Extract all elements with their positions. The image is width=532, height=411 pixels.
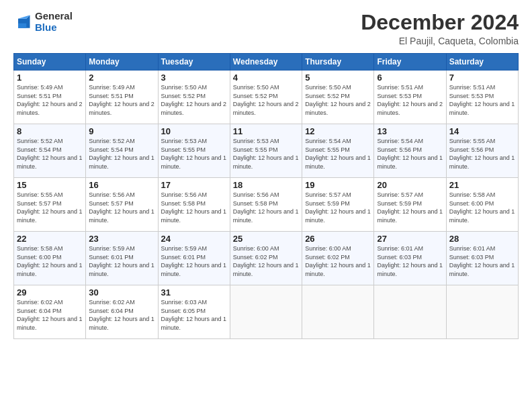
day-number: 4 — [233, 73, 299, 83]
day-info: Sunrise: 6:02 AMSunset: 6:04 PMDaylight:… — [17, 298, 83, 332]
table-row: 13Sunrise: 5:54 AMSunset: 5:56 PMDayligh… — [374, 124, 446, 178]
day-info: Sunrise: 5:52 AMSunset: 5:54 PMDaylight:… — [17, 137, 83, 171]
day-number: 16 — [89, 180, 154, 190]
day-number: 13 — [377, 126, 443, 136]
day-number: 31 — [161, 287, 227, 298]
table-row: 5Sunrise: 5:50 AMSunset: 5:52 PMDaylight… — [302, 71, 374, 124]
day-number: 19 — [305, 180, 371, 190]
col-friday: Friday — [374, 54, 446, 71]
table-row — [230, 285, 302, 339]
day-info: Sunrise: 5:50 AMSunset: 5:52 PMDaylight:… — [233, 83, 299, 117]
table-row: 25Sunrise: 6:00 AMSunset: 6:02 PMDayligh… — [230, 232, 302, 285]
table-row: 20Sunrise: 5:57 AMSunset: 5:59 PMDayligh… — [374, 178, 446, 232]
col-tuesday: Tuesday — [158, 54, 230, 71]
day-info: Sunrise: 5:49 AMSunset: 5:51 PMDaylight:… — [17, 83, 83, 117]
day-number: 3 — [161, 73, 227, 83]
day-info: Sunrise: 5:50 AMSunset: 5:52 PMDaylight:… — [305, 83, 371, 117]
table-row: 19Sunrise: 5:57 AMSunset: 5:59 PMDayligh… — [302, 178, 374, 232]
day-info: Sunrise: 5:56 AMSunset: 5:58 PMDaylight:… — [233, 191, 299, 224]
day-number: 18 — [233, 180, 299, 190]
day-info: Sunrise: 5:57 AMSunset: 5:59 PMDaylight:… — [305, 191, 371, 224]
day-info: Sunrise: 6:03 AMSunset: 6:05 PMDaylight:… — [161, 298, 227, 332]
calendar-week-row: 29Sunrise: 6:02 AMSunset: 6:04 PMDayligh… — [14, 285, 519, 339]
day-info: Sunrise: 5:55 AMSunset: 5:56 PMDaylight:… — [449, 137, 515, 171]
day-info: Sunrise: 6:00 AMSunset: 6:02 PMDaylight:… — [305, 244, 371, 278]
table-row: 14Sunrise: 5:55 AMSunset: 5:56 PMDayligh… — [446, 124, 518, 178]
table-row: 15Sunrise: 5:55 AMSunset: 5:57 PMDayligh… — [14, 178, 86, 232]
table-row: 31Sunrise: 6:03 AMSunset: 6:05 PMDayligh… — [158, 285, 230, 339]
day-number: 20 — [377, 180, 443, 190]
table-row: 26Sunrise: 6:00 AMSunset: 6:02 PMDayligh… — [302, 232, 374, 285]
day-info: Sunrise: 6:01 AMSunset: 6:03 PMDaylight:… — [377, 244, 443, 278]
day-info: Sunrise: 5:51 AMSunset: 5:53 PMDaylight:… — [377, 83, 443, 117]
day-info: Sunrise: 5:51 AMSunset: 5:53 PMDaylight:… — [449, 83, 515, 117]
table-row: 8Sunrise: 5:52 AMSunset: 5:54 PMDaylight… — [14, 124, 86, 178]
day-number: 8 — [17, 126, 83, 136]
col-monday: Monday — [86, 54, 158, 71]
table-row: 16Sunrise: 5:56 AMSunset: 5:57 PMDayligh… — [86, 178, 158, 232]
table-row: 9Sunrise: 5:52 AMSunset: 5:54 PMDaylight… — [86, 124, 158, 178]
table-row: 11Sunrise: 5:53 AMSunset: 5:55 PMDayligh… — [230, 124, 302, 178]
day-number: 29 — [17, 287, 83, 298]
day-number: 24 — [161, 234, 227, 244]
day-number: 22 — [17, 234, 83, 244]
day-info: Sunrise: 5:55 AMSunset: 5:57 PMDaylight:… — [17, 191, 83, 224]
table-row: 7Sunrise: 5:51 AMSunset: 5:53 PMDaylight… — [446, 71, 518, 124]
day-number: 9 — [89, 126, 154, 136]
day-number: 28 — [449, 234, 515, 244]
table-row: 17Sunrise: 5:56 AMSunset: 5:58 PMDayligh… — [158, 178, 230, 232]
svg-marker-2 — [18, 23, 26, 28]
main-title: December 2024 — [361, 11, 519, 34]
calendar-week-row: 1Sunrise: 5:49 AMSunset: 5:51 PMDaylight… — [14, 71, 519, 124]
day-info: Sunrise: 5:58 AMSunset: 6:00 PMDaylight:… — [17, 244, 83, 278]
col-wednesday: Wednesday — [230, 54, 302, 71]
logo: General Blue — [13, 11, 73, 33]
col-saturday: Saturday — [446, 54, 518, 71]
day-number: 27 — [377, 234, 443, 244]
day-number: 17 — [161, 180, 227, 190]
table-row: 1Sunrise: 5:49 AMSunset: 5:51 PMDaylight… — [14, 71, 86, 124]
logo-blue-text: Blue — [35, 22, 73, 34]
day-info: Sunrise: 5:50 AMSunset: 5:52 PMDaylight:… — [161, 83, 227, 117]
logo-general-text: General — [35, 11, 73, 22]
day-info: Sunrise: 5:54 AMSunset: 5:56 PMDaylight:… — [377, 137, 443, 171]
day-number: 12 — [305, 126, 371, 136]
table-row: 23Sunrise: 5:59 AMSunset: 6:01 PMDayligh… — [86, 232, 158, 285]
table-row — [446, 285, 518, 339]
table-row: 18Sunrise: 5:56 AMSunset: 5:58 PMDayligh… — [230, 178, 302, 232]
table-row — [302, 285, 374, 339]
day-info: Sunrise: 5:58 AMSunset: 6:00 PMDaylight:… — [449, 191, 515, 224]
table-row — [374, 285, 446, 339]
day-info: Sunrise: 5:52 AMSunset: 5:54 PMDaylight:… — [89, 137, 154, 171]
day-number: 7 — [449, 73, 515, 83]
day-info: Sunrise: 5:49 AMSunset: 5:51 PMDaylight:… — [89, 83, 154, 117]
table-row: 12Sunrise: 5:54 AMSunset: 5:55 PMDayligh… — [302, 124, 374, 178]
table-row: 2Sunrise: 5:49 AMSunset: 5:51 PMDaylight… — [86, 71, 158, 124]
calendar-week-row: 8Sunrise: 5:52 AMSunset: 5:54 PMDaylight… — [14, 124, 519, 178]
page: General Blue December 2024 El Paujil, Ca… — [0, 0, 532, 411]
title-block: December 2024 El Paujil, Caqueta, Colomb… — [361, 11, 519, 46]
day-number: 14 — [449, 126, 515, 136]
day-number: 15 — [17, 180, 83, 190]
calendar-week-row: 15Sunrise: 5:55 AMSunset: 5:57 PMDayligh… — [14, 178, 519, 232]
day-info: Sunrise: 5:56 AMSunset: 5:57 PMDaylight:… — [89, 191, 154, 224]
calendar-table: Sunday Monday Tuesday Wednesday Thursday… — [13, 53, 519, 339]
table-row: 4Sunrise: 5:50 AMSunset: 5:52 PMDaylight… — [230, 71, 302, 124]
day-info: Sunrise: 6:01 AMSunset: 6:03 PMDaylight:… — [449, 244, 515, 278]
table-row: 29Sunrise: 6:02 AMSunset: 6:04 PMDayligh… — [14, 285, 86, 339]
day-info: Sunrise: 6:02 AMSunset: 6:04 PMDaylight:… — [89, 298, 154, 332]
col-thursday: Thursday — [302, 54, 374, 71]
day-info: Sunrise: 5:53 AMSunset: 5:55 PMDaylight:… — [233, 137, 299, 171]
day-number: 2 — [89, 73, 154, 83]
day-number: 10 — [161, 126, 227, 136]
day-info: Sunrise: 5:54 AMSunset: 5:55 PMDaylight:… — [305, 137, 371, 171]
table-row: 3Sunrise: 5:50 AMSunset: 5:52 PMDaylight… — [158, 71, 230, 124]
day-number: 11 — [233, 126, 299, 136]
table-row: 22Sunrise: 5:58 AMSunset: 6:00 PMDayligh… — [14, 232, 86, 285]
logo-text: General Blue — [35, 11, 73, 33]
day-number: 26 — [305, 234, 371, 244]
logo-icon — [13, 13, 32, 32]
day-number: 23 — [89, 234, 154, 244]
day-number: 6 — [377, 73, 443, 83]
day-info: Sunrise: 5:59 AMSunset: 6:01 PMDaylight:… — [89, 244, 154, 278]
